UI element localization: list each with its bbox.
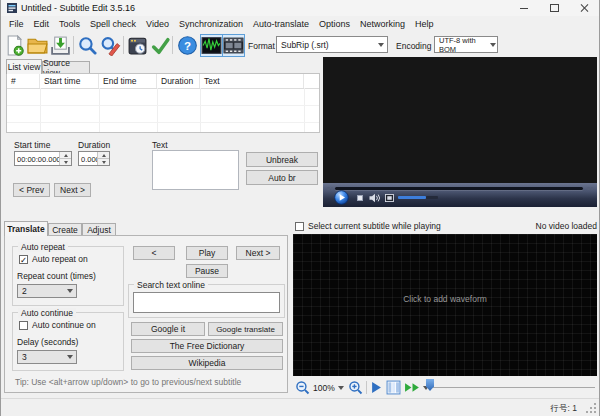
spin-up-button[interactable] — [60, 152, 71, 159]
spell-check-button[interactable] — [149, 34, 172, 57]
auto-continue-checkbox-label: Auto continue on — [32, 320, 96, 330]
waveform-zoom-value[interactable]: 100% — [313, 383, 335, 393]
encoding-label: Encoding — [396, 41, 431, 51]
volume-icon[interactable] — [369, 193, 381, 203]
delay-combobox[interactable]: 3 — [17, 350, 77, 364]
minimize-icon — [520, 8, 528, 9]
menu-edit[interactable]: Edit — [29, 19, 55, 29]
google-translate-button[interactable]: Google translate — [208, 322, 283, 336]
format-label: Format — [248, 41, 275, 51]
auto-br-button[interactable]: Auto br — [246, 170, 318, 185]
svg-text:?: ? — [184, 40, 191, 52]
duration-stepper[interactable]: 0.000 — [78, 151, 110, 166]
fullscreen-icon[interactable] — [385, 194, 394, 202]
replace-button[interactable] — [99, 34, 122, 57]
delay-value: 3 — [22, 352, 27, 362]
select-current-subtitle-checkbox[interactable] — [295, 222, 304, 231]
new-file-button[interactable] — [3, 34, 26, 57]
close-button[interactable] — [569, 0, 599, 16]
menu-file[interactable]: File — [4, 19, 29, 29]
find-button[interactable] — [76, 34, 99, 57]
video-control-bar — [323, 183, 597, 207]
video-player-surface[interactable] — [323, 57, 597, 207]
auto-continue-title: Auto continue — [18, 308, 76, 318]
toggle-waveform-button[interactable] — [200, 34, 223, 57]
search-online-input[interactable] — [133, 292, 280, 313]
help-button[interactable]: ? — [176, 34, 199, 57]
chevron-down-icon — [63, 285, 76, 297]
encoding-combobox[interactable]: UTF-8 with BOM — [434, 36, 498, 53]
auto-repeat-title: Auto repeat — [18, 242, 68, 252]
waveform-play-button[interactable] — [371, 380, 382, 395]
close-icon — [580, 4, 588, 12]
spin-down-button[interactable] — [60, 159, 71, 165]
encoding-value: UTF-8 with BOM — [439, 36, 488, 54]
column-start-time[interactable]: Start time — [40, 74, 99, 88]
column-duration[interactable]: Duration — [157, 74, 200, 88]
spin-down-button[interactable] — [98, 159, 109, 165]
list-view-header: # Start time End time Duration Text — [7, 74, 319, 89]
menu-options[interactable]: Options — [314, 19, 355, 29]
chevron-down-icon[interactable] — [338, 386, 344, 390]
translate-next-button[interactable]: Next > — [236, 246, 280, 260]
save-button[interactable] — [49, 34, 72, 57]
unbreak-button[interactable]: Unbreak — [246, 152, 318, 167]
spin-up-button[interactable] — [98, 152, 109, 159]
menu-synchronization[interactable]: Synchronization — [174, 19, 248, 29]
open-file-button[interactable] — [26, 34, 49, 57]
menu-video[interactable]: Video — [141, 19, 174, 29]
auto-repeat-checkbox[interactable] — [19, 255, 28, 264]
column-extra — [304, 74, 319, 88]
column-text[interactable]: Text — [200, 74, 304, 88]
fast-forward-icon — [404, 380, 421, 395]
translate-pause-button[interactable]: Pause — [186, 264, 228, 278]
waveform-canvas[interactable]: Click to add waveform — [293, 234, 597, 376]
menu-networking[interactable]: Networking — [355, 19, 410, 29]
translate-prev-button[interactable]: < — [133, 246, 175, 260]
google-it-button[interactable]: Google it — [131, 322, 205, 336]
play-icon — [371, 380, 382, 395]
toggle-video-button[interactable] — [222, 34, 245, 57]
menu-spell-check[interactable]: Spell check — [85, 19, 141, 29]
maximize-icon — [550, 4, 559, 12]
menu-help[interactable]: Help — [410, 19, 439, 29]
play-button[interactable] — [334, 190, 349, 205]
visual-sync-button[interactable] — [126, 34, 149, 57]
resize-grip[interactable] — [586, 403, 596, 413]
column-number[interactable]: # — [7, 74, 40, 88]
prev-subtitle-button[interactable]: < Prev — [13, 183, 50, 197]
maximize-button[interactable] — [539, 0, 569, 16]
waveform-placeholder: Click to add waveform — [293, 294, 597, 304]
playback-speed-button[interactable] — [404, 380, 421, 395]
toolbar-separator — [366, 381, 367, 394]
start-time-stepper[interactable]: 00:00:00.000 — [14, 151, 72, 166]
format-combobox[interactable]: SubRip (.srt) — [276, 36, 388, 53]
subtitle-text-input[interactable] — [152, 150, 239, 190]
next-subtitle-button[interactable]: Next > — [54, 183, 91, 197]
stop-button[interactable] — [357, 195, 363, 201]
menu-auto-translate[interactable]: Auto-translate — [248, 19, 314, 29]
show-columns-button[interactable] — [386, 380, 401, 395]
translate-play-button[interactable]: Play — [186, 246, 228, 260]
check-icon — [150, 35, 171, 56]
free-dictionary-button[interactable]: The Free Dictionary — [131, 339, 283, 353]
auto-continue-checkbox[interactable] — [19, 321, 28, 330]
video-seek-bar[interactable] — [335, 187, 583, 190]
save-icon — [50, 35, 71, 56]
wikipedia-button[interactable]: Wikipedia — [131, 356, 283, 370]
menu-tools[interactable]: Tools — [54, 19, 85, 29]
duration-label: Duration — [78, 140, 110, 150]
column-end-time[interactable]: End time — [99, 74, 157, 88]
repeat-count-combobox[interactable]: 2 — [17, 284, 77, 298]
tab-list-view[interactable]: List view — [6, 59, 42, 74]
subtitle-list-view[interactable]: # Start time End time Duration Text — [6, 73, 320, 133]
waveform-zoom-in-button[interactable] — [348, 380, 363, 395]
waveform-zoom-out-button[interactable] — [295, 380, 310, 395]
tab-translate[interactable]: Translate — [4, 221, 48, 236]
columns-icon — [386, 380, 401, 395]
status-bar: 行号: 1 — [1, 398, 599, 416]
repeat-count-value: 2 — [22, 286, 27, 296]
minimize-button[interactable] — [509, 0, 539, 16]
volume-slider[interactable] — [398, 196, 426, 199]
speed-slider-track[interactable] — [428, 387, 595, 388]
